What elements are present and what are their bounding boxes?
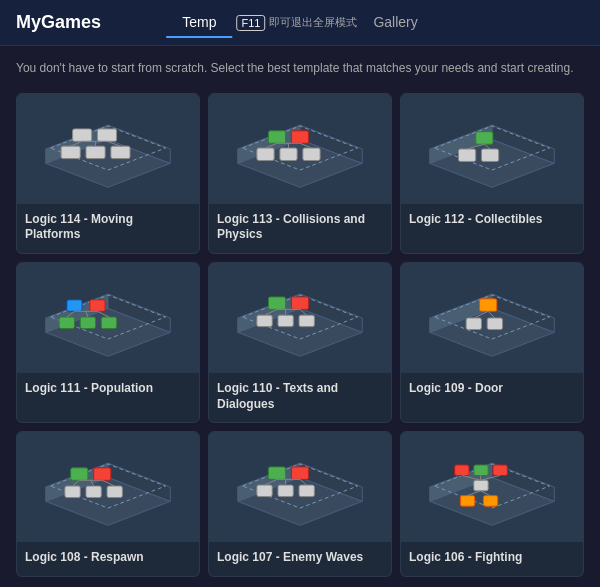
svg-rect-43 <box>101 317 116 328</box>
card-logic114[interactable]: Logic 114 - Moving Platforms <box>16 93 200 254</box>
svg-rect-54 <box>257 315 272 326</box>
svg-rect-56 <box>299 315 314 326</box>
card-logic112[interactable]: Logic 112 - Collectibles <box>400 93 584 254</box>
svg-rect-102 <box>493 465 507 476</box>
svg-rect-103 <box>474 480 488 491</box>
card-thumbnail-logic108 <box>17 432 199 542</box>
card-thumbnail-logic112 <box>401 94 583 204</box>
keyboard-key: F11 <box>236 15 265 31</box>
card-label-logic114: Logic 114 - Moving Platforms <box>17 204 199 253</box>
svg-rect-6 <box>61 146 80 158</box>
svg-rect-77 <box>86 486 101 497</box>
card-thumbnail-logic111 <box>17 263 199 373</box>
svg-rect-41 <box>59 317 74 328</box>
card-label-logic111: Logic 111 - Population <box>17 373 199 407</box>
svg-rect-21 <box>303 148 320 160</box>
card-logic108[interactable]: Logic 108 - Respawn <box>16 431 200 577</box>
card-logic106[interactable]: Logic 106 - Fighting <box>400 431 584 577</box>
svg-rect-30 <box>476 132 493 144</box>
tab-gallery[interactable]: Gallery <box>357 8 433 38</box>
card-label-logic106: Logic 106 - Fighting <box>401 542 583 576</box>
svg-rect-7 <box>86 146 105 158</box>
card-thumbnail-logic113 <box>209 94 391 204</box>
svg-rect-55 <box>278 315 293 326</box>
svg-rect-65 <box>480 299 497 311</box>
card-label-logic109: Logic 109 - Door <box>401 373 583 407</box>
card-thumbnail-logic114 <box>17 94 199 204</box>
card-label-logic113: Logic 113 - Collisions and Physics <box>209 204 391 253</box>
card-logic110[interactable]: Logic 110 - Texts and Dialogues <box>208 262 392 423</box>
card-label-logic110: Logic 110 - Texts and Dialogues <box>209 373 391 422</box>
svg-rect-74 <box>71 468 88 480</box>
svg-rect-105 <box>483 496 497 507</box>
svg-rect-32 <box>481 149 498 161</box>
svg-rect-39 <box>67 300 82 311</box>
svg-rect-76 <box>65 486 80 497</box>
svg-rect-17 <box>268 131 285 143</box>
svg-rect-42 <box>80 317 95 328</box>
svg-rect-91 <box>299 485 314 496</box>
tab-templates[interactable]: Temp <box>166 8 232 38</box>
svg-rect-78 <box>107 486 122 497</box>
keyboard-hint-text: 即可退出全屏模式 <box>269 15 357 30</box>
svg-rect-90 <box>278 485 293 496</box>
card-logic109[interactable]: Logic 109 - Door <box>400 262 584 423</box>
svg-rect-4 <box>73 129 92 141</box>
card-label-logic107: Logic 107 - Enemy Waves <box>209 542 391 576</box>
svg-rect-19 <box>257 148 274 160</box>
card-label-logic108: Logic 108 - Respawn <box>17 542 199 576</box>
app-header: MyGames Temp F11 即可退出全屏模式 Gallery <box>0 0 600 46</box>
page-subtitle: You don't have to start from scratch. Se… <box>16 60 584 77</box>
svg-rect-20 <box>280 148 297 160</box>
card-thumbnail-logic106 <box>401 432 583 542</box>
templates-grid: Logic 114 - Moving Platforms <box>16 93 584 577</box>
app-title: MyGames <box>16 12 101 33</box>
svg-rect-89 <box>257 485 272 496</box>
svg-rect-5 <box>97 129 116 141</box>
svg-rect-31 <box>458 149 475 161</box>
svg-rect-53 <box>291 297 308 309</box>
card-logic113[interactable]: Logic 113 - Collisions and Physics <box>208 93 392 254</box>
main-content: You don't have to start from scratch. Se… <box>0 46 600 587</box>
svg-rect-52 <box>268 297 285 309</box>
svg-rect-8 <box>111 146 130 158</box>
svg-rect-18 <box>291 131 308 143</box>
svg-rect-66 <box>466 318 481 329</box>
card-label-logic112: Logic 112 - Collectibles <box>401 204 583 238</box>
svg-rect-87 <box>268 467 285 479</box>
header-tabs: Temp F11 即可退出全屏模式 Gallery <box>166 8 434 38</box>
svg-rect-104 <box>460 496 474 507</box>
svg-rect-75 <box>94 468 111 480</box>
svg-rect-101 <box>474 465 488 476</box>
svg-rect-88 <box>291 467 308 479</box>
svg-rect-40 <box>90 300 105 311</box>
card-logic111[interactable]: Logic 111 - Population <box>16 262 200 423</box>
card-thumbnail-logic109 <box>401 263 583 373</box>
card-thumbnail-logic107 <box>209 432 391 542</box>
card-logic107[interactable]: Logic 107 - Enemy Waves <box>208 431 392 577</box>
card-thumbnail-logic110 <box>209 263 391 373</box>
svg-rect-100 <box>455 465 469 476</box>
svg-rect-67 <box>487 318 502 329</box>
